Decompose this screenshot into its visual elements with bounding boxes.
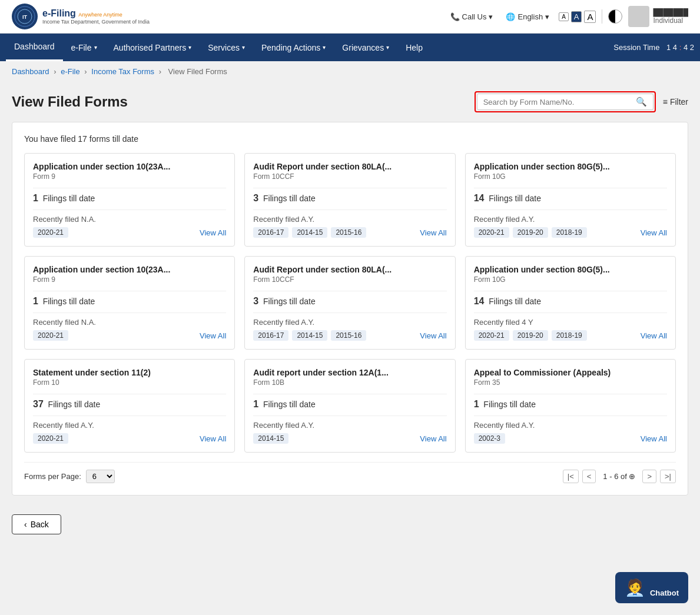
prev-page-button[interactable]: < [582,470,596,483]
card-recently: Recently filed A.Y. [253,421,446,430]
card-container: You have filed 17 forms till date Applic… [12,122,688,496]
font-size-controls: A A A [559,11,596,23]
services-chevron-icon: ▾ [242,44,245,51]
form-card: Application under section 10(23A... Form… [24,256,235,350]
form-card: Audit Report under section 80LA(... Form… [244,153,455,247]
breadcrumb-sep3: › [159,67,161,76]
card-title: Statement under section 11(2) [33,368,226,377]
call-us-button[interactable]: 📞 Call Us ▾ [447,11,497,22]
tag: 2016-17 [253,330,288,341]
view-all-button[interactable]: View All [641,228,667,237]
breadcrumb-efile[interactable]: e-File [61,67,80,76]
filing-count: 1 [474,399,479,409]
main-nav: Dashboard e-File ▾ Authorised Partners ▾… [0,34,700,61]
breadcrumb-sep2: › [84,67,87,76]
card-recently: Recently filed N.A. [33,215,226,224]
card-filings: 1 Filings till date [253,399,446,410]
per-page-select[interactable]: 6 12 24 [86,470,115,483]
next-page-button[interactable]: > [642,470,656,483]
first-page-button[interactable]: |< [563,470,579,483]
card-form-name: Form 10CCF [253,275,446,284]
view-all-button[interactable]: View All [641,331,667,340]
back-button[interactable]: ‹ Back [12,514,61,534]
card-filings: 14 Filings till date [474,193,667,204]
card-tags-row: 2020-212019-202018-19 View All [474,227,667,238]
card-tags-row: 2002-3 View All [474,433,667,444]
font-large-button[interactable]: A [584,11,596,23]
form-card: Appeal to Commissioner (Appeals) Form 35… [465,359,676,453]
card-divider [253,394,446,394]
form-card: Application under section 80G(5)... Form… [465,153,676,247]
card-recently: Recently filed 4 Y [474,318,667,327]
card-form-name: Form 9 [33,172,226,181]
tag: 2014-15 [292,330,327,341]
tag: 2019-20 [513,330,548,341]
nav-item-grievances[interactable]: Grievances ▾ [334,35,397,61]
card-divider2 [474,313,667,313]
nav-item-help[interactable]: Help [397,35,431,61]
view-all-button[interactable]: View All [200,331,226,340]
card-tags: 2020-21 [33,227,68,238]
top-bar: IT e-Filing Anywhere Anytime Income Tax … [0,0,700,34]
lang-chevron-icon: ▾ [545,12,549,21]
tag: 2014-15 [292,227,327,238]
view-all-button[interactable]: View All [641,434,667,443]
search-input[interactable] [483,98,636,107]
pagination-row: Forms per Page: 6 12 24 |< < 1 - 6 of ⊕ … [24,462,676,483]
card-tags-row: 2020-21 View All [33,227,226,238]
nav-item-efile[interactable]: e-File ▾ [63,35,105,61]
main-content: View Filed Forms 🔍 ≡ Filter You have fil… [0,82,700,505]
card-title: Audit Report under section 80LA(... [253,162,446,171]
tag: 2020-21 [474,227,509,238]
form-card: Audit Report under section 80LA(... Form… [244,256,455,350]
form-card: Application under section 80G(5)... Form… [465,256,676,350]
filing-count: 3 [253,193,258,203]
card-tags-row: 2014-15 View All [253,433,446,444]
breadcrumb-sep1: › [54,67,56,76]
view-all-button[interactable]: View All [420,228,446,237]
tag: 2018-19 [552,227,587,238]
card-filings: 3 Filings till date [253,296,446,307]
card-tags-row: 2016-172014-152015-16 View All [253,330,446,341]
breadcrumb-dashboard[interactable]: Dashboard [12,67,49,76]
card-title: Application under section 80G(5)... [474,265,667,274]
breadcrumb-income-tax-forms[interactable]: Income Tax Forms [91,67,154,76]
nav-item-authorised-partners[interactable]: Authorised Partners ▾ [105,35,200,61]
card-tags: 2020-21 [33,433,68,444]
view-all-button[interactable]: View All [200,434,226,443]
call-chevron-icon: ▾ [489,12,493,21]
card-tags: 2020-21 [33,330,68,341]
card-filings: 1 Filings till date [474,399,667,410]
tag: 2014-15 [253,433,288,444]
nav-item-pending-actions[interactable]: Pending Actions ▾ [253,35,334,61]
card-recently: Recently filed A.Y. [474,421,667,430]
language-button[interactable]: 🌐 English ▾ [502,11,553,22]
tag: 2018-19 [552,330,587,341]
font-medium-button[interactable]: A [571,11,582,22]
tag: 2015-16 [331,330,366,341]
nav-item-dashboard[interactable]: Dashboard [6,34,63,61]
card-form-name: Form 10CCF [253,172,446,181]
filing-count: 14 [474,193,485,203]
globe-icon: 🌐 [506,12,515,21]
font-small-button[interactable]: A [559,12,569,21]
tag: 2015-16 [331,227,366,238]
form-card: Statement under section 11(2) Form 10 37… [24,359,235,453]
filter-button[interactable]: ≡ Filter [663,97,688,107]
filing-count: 37 [33,399,44,409]
forms-per-page-label: Forms per Page: [24,472,81,481]
last-page-button[interactable]: >| [660,470,676,483]
view-all-button[interactable]: View All [420,331,446,340]
card-recently: Recently filed A.Y. [474,215,667,224]
contrast-toggle-button[interactable] [608,9,622,24]
forms-per-page: Forms per Page: 6 12 24 [24,470,115,483]
tag: 2020-21 [33,330,68,341]
view-all-button[interactable]: View All [420,434,446,443]
filing-count: 3 [253,296,258,306]
user-type: Individual [653,16,688,25]
nav-item-services[interactable]: Services ▾ [200,35,253,61]
card-divider2 [33,210,226,210]
view-all-button[interactable]: View All [200,228,226,237]
divider [602,9,602,24]
filter-icon: ≡ [663,97,668,107]
